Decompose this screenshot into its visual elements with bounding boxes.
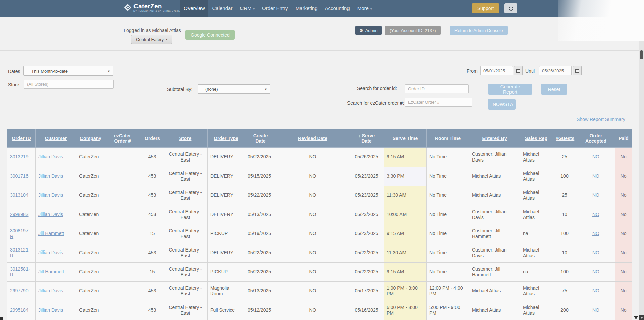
customer-link[interactable]: Jill Hammett	[38, 269, 64, 274]
ezcater-search-input[interactable]	[405, 98, 472, 107]
sort-link-serve_date[interactable]: ↓ Serve Date	[358, 133, 375, 144]
nav-marketing[interactable]: Marketing	[292, 0, 321, 17]
caterzen-logo[interactable]: CaterZen BY RESTAURANT & CATERING SYSTEM…	[125, 3, 184, 12]
account-id-button[interactable]: (Your Account ID: 2137)	[385, 26, 441, 35]
order-id-link[interactable]: 3012581-R	[10, 266, 30, 278]
cell-room_time: No Time	[427, 186, 469, 205]
order-id-link[interactable]: 2995184	[10, 307, 29, 313]
sort-link-entered_by[interactable]: Entered By	[482, 136, 507, 141]
cell-guests: 25	[552, 186, 577, 205]
order-accepted-link[interactable]: NO	[592, 173, 599, 179]
order-id-link[interactable]: 3001716	[10, 173, 29, 179]
order-id-link[interactable]: 3013121-R	[10, 247, 30, 259]
google-connected-button[interactable]: Google Connected	[185, 30, 235, 40]
logout-button[interactable]	[504, 3, 517, 13]
customer-link[interactable]: Jillian Davis	[38, 173, 63, 179]
column-header-entered_by[interactable]: Entered By	[469, 129, 520, 148]
order-id-link[interactable]: 3013104	[10, 192, 29, 198]
sort-link-company[interactable]: Company	[80, 136, 101, 141]
column-header-store[interactable]: Store	[163, 129, 208, 148]
dates-select[interactable]: This Month-to-date	[23, 66, 113, 76]
nav-order-entry[interactable]: Order Entry	[259, 0, 291, 17]
order-id-search-input[interactable]	[405, 84, 469, 93]
sort-link-ezcater_order[interactable]: ezCater Order #	[114, 133, 131, 144]
scrollbar-thumb[interactable]	[640, 50, 643, 59]
order-accepted-link[interactable]: NO	[592, 192, 599, 198]
customer-link[interactable]: Jillian Davis	[38, 192, 63, 198]
nowsta-button[interactable]: NOWSTA	[488, 99, 516, 110]
column-header-ezcater_order[interactable]: ezCater Order #	[104, 129, 141, 148]
return-admin-console-button[interactable]: Return to Admin Console	[450, 26, 508, 35]
cell-guests: 25	[552, 148, 577, 167]
sort-link-customer[interactable]: Customer	[45, 136, 67, 141]
subtotal-select[interactable]: (none)	[198, 84, 270, 94]
show-report-summary-link[interactable]: Show Report Summary	[577, 117, 625, 122]
from-calendar-button[interactable]	[514, 66, 523, 75]
column-header-create_date[interactable]: Create Date	[245, 129, 276, 148]
order-accepted-link[interactable]: NO	[592, 250, 599, 255]
cell-orders: 453	[141, 167, 163, 186]
cell-sales_rep: na	[520, 263, 552, 282]
customer-link[interactable]: Jillian Davis	[38, 154, 63, 159]
vertical-scrollbar[interactable]	[639, 0, 644, 320]
cell-orders: 453	[141, 205, 163, 224]
column-header-guests[interactable]: #Guests	[552, 129, 577, 148]
sort-link-order_id[interactable]: Order ID	[12, 136, 31, 141]
cell-ezcater_order	[104, 301, 141, 320]
cell-order_id: 2997790	[7, 282, 36, 301]
customer-link[interactable]: Jillian Davis	[38, 250, 63, 255]
sort-link-store[interactable]: Store	[179, 136, 192, 141]
order-accepted-link[interactable]: NO	[592, 269, 599, 274]
cell-paid: No	[615, 301, 632, 320]
support-button[interactable]: Support	[472, 3, 499, 13]
cell-ezcater_order	[104, 282, 141, 301]
order-id-link[interactable]: 3013219	[10, 154, 29, 159]
order-accepted-link[interactable]: NO	[592, 231, 599, 236]
column-header-order_type[interactable]: Order Type	[208, 129, 245, 148]
nav-overview[interactable]: Overview	[180, 0, 208, 17]
order-id-link[interactable]: 2997790	[10, 288, 29, 293]
nav-crm[interactable]: CRM	[236, 0, 258, 17]
store-filter-input[interactable]	[24, 80, 114, 89]
chevron-down-icon	[264, 88, 267, 91]
column-header-company[interactable]: Company	[76, 129, 104, 148]
cell-ezcater_order	[104, 243, 141, 263]
order-accepted-link[interactable]: NO	[592, 212, 599, 217]
sort-link-revised_date[interactable]: Revised Date	[298, 136, 327, 141]
column-header-order_accepted[interactable]: Order Accepted	[577, 129, 615, 148]
until-date-input[interactable]	[539, 66, 572, 75]
nav-calendar[interactable]: Calendar	[209, 0, 236, 17]
customer-link[interactable]: Jillian Davis	[38, 307, 63, 313]
sort-link-create_date[interactable]: Create Date	[253, 133, 268, 144]
column-header-revised_date[interactable]: Revised Date	[276, 129, 349, 148]
column-header-order_id[interactable]: Order ID	[7, 129, 36, 148]
sort-link-order_accepted[interactable]: Order Accepted	[585, 133, 606, 144]
until-calendar-button[interactable]	[573, 66, 582, 75]
generate-report-button[interactable]: Generate Report	[488, 84, 532, 95]
order-id-link[interactable]: 3008197-R	[10, 228, 30, 239]
column-header-customer[interactable]: Customer	[36, 129, 76, 148]
admin-button[interactable]: Admin	[355, 26, 382, 35]
column-header-serve_time: Serve Time	[384, 129, 427, 148]
cell-entered_by: Customer: Jill Hammett	[469, 224, 520, 243]
column-header-serve_date[interactable]: ↓ Serve Date	[349, 129, 384, 148]
sort-link-sales_rep[interactable]: Sales Rep	[525, 136, 547, 141]
customer-link[interactable]: Jill Hammett	[38, 231, 64, 236]
customer-link[interactable]: Jillian Davis	[38, 288, 63, 293]
order-id-link[interactable]: 2998983	[10, 212, 29, 217]
cell-customer: Jillian Davis	[36, 282, 76, 301]
sort-link-guests[interactable]: #Guests	[556, 136, 574, 141]
column-header-sales_rep[interactable]: Sales Rep	[520, 129, 552, 148]
customer-link[interactable]: Jillian Davis	[38, 212, 63, 217]
nav-more[interactable]: More	[354, 0, 375, 17]
reset-button[interactable]: Reset	[541, 84, 567, 95]
order-accepted-link[interactable]: NO	[592, 288, 599, 293]
section-divider	[0, 50, 639, 51]
nav-accounting[interactable]: Accounting	[321, 0, 353, 17]
scrollbar-down-arrow[interactable]	[639, 315, 644, 320]
sort-link-order_type[interactable]: Order Type	[214, 136, 238, 141]
store-dropdown-button[interactable]: Central Eatery	[131, 35, 172, 44]
order-accepted-link[interactable]: NO	[592, 307, 599, 313]
from-date-input[interactable]	[480, 66, 513, 75]
order-accepted-link[interactable]: NO	[592, 154, 599, 159]
